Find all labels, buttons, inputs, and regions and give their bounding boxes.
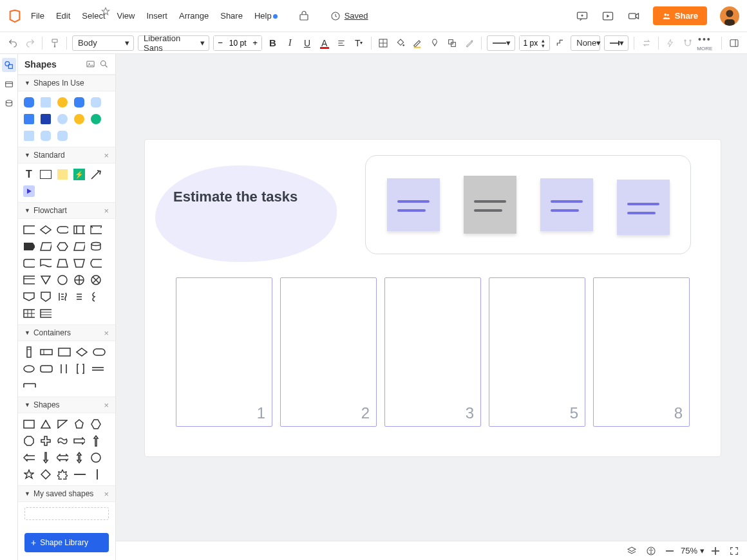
shape-item[interactable] <box>73 469 86 480</box>
line-color-button[interactable] <box>410 35 426 51</box>
play-shape[interactable] <box>23 185 35 197</box>
font-size-increase[interactable]: + <box>249 36 261 50</box>
text-options-button[interactable]: T▾ <box>351 35 367 51</box>
font-size-decrease[interactable]: − <box>214 36 227 50</box>
italic-button[interactable]: I <box>282 35 298 51</box>
line-width-stepper[interactable]: ▴▾ <box>519 35 550 51</box>
section-my-saved[interactable]: ▼My saved shapes× <box>18 485 115 502</box>
sticky-note[interactable] <box>540 178 593 231</box>
shape-item[interactable] <box>40 363 53 375</box>
magnet-button[interactable] <box>680 35 696 51</box>
line-width-input[interactable] <box>520 36 542 50</box>
shape-item[interactable] <box>57 452 68 463</box>
shape-item[interactable] <box>73 291 85 303</box>
shape-item[interactable] <box>23 241 35 252</box>
close-icon[interactable]: × <box>104 489 109 499</box>
shape-item[interactable] <box>40 291 52 303</box>
favorite-star-icon[interactable] <box>100 6 111 17</box>
shape-item[interactable] <box>57 113 68 125</box>
present-icon[interactable] <box>601 10 614 23</box>
close-icon[interactable]: × <box>104 151 109 160</box>
shape-item[interactable] <box>90 97 102 108</box>
bucket[interactable]: 1 <box>176 277 272 427</box>
text-style-select[interactable]: Body▾ <box>72 35 134 51</box>
shape-item[interactable] <box>40 469 52 480</box>
shape-item[interactable] <box>40 113 52 125</box>
container-mode-button[interactable] <box>2 77 16 91</box>
shape-item[interactable] <box>40 241 52 252</box>
canvas[interactable]: Estimate the tasks 1 2 3 5 8 <box>116 54 747 541</box>
menu-share[interactable]: Share <box>220 11 243 21</box>
menu-view[interactable]: View <box>117 11 135 21</box>
data-mode-button[interactable] <box>2 97 16 111</box>
zoom-in-button[interactable] <box>711 546 720 555</box>
bucket[interactable]: 8 <box>593 277 690 427</box>
shape-item[interactable] <box>23 452 35 463</box>
magic-button[interactable] <box>461 35 477 51</box>
undo-button[interactable] <box>5 35 21 51</box>
shape-item[interactable] <box>76 346 88 358</box>
more-button[interactable]: •••MORE <box>697 34 712 51</box>
shape-item[interactable] <box>40 130 52 142</box>
shapes-panel-scroll[interactable]: ▼Shapes In Use ▼Standard× T ⚡ ▼Flowchar <box>18 75 115 528</box>
shape-item[interactable] <box>73 452 85 463</box>
shape-item[interactable] <box>91 363 104 375</box>
font-size-stepper[interactable]: − + <box>213 35 262 51</box>
shape-item[interactable] <box>23 308 35 319</box>
menu-arrange[interactable]: Arrange <box>179 11 209 21</box>
shapes-mode-button[interactable] <box>2 58 16 72</box>
shape-item[interactable] <box>57 257 68 269</box>
menu-edit[interactable]: Edit <box>56 11 70 21</box>
shape-item[interactable] <box>23 363 35 375</box>
shape-item[interactable] <box>57 130 68 142</box>
shape-item[interactable] <box>40 452 52 463</box>
shape-item[interactable] <box>90 224 102 236</box>
shape-item[interactable] <box>73 97 85 108</box>
shape-item[interactable] <box>23 257 35 269</box>
shape-item[interactable] <box>57 241 68 252</box>
shape-item[interactable] <box>23 130 35 142</box>
shape-item[interactable] <box>90 274 102 286</box>
shape-item[interactable] <box>57 224 68 236</box>
shape-item[interactable] <box>23 274 35 286</box>
shape-item[interactable] <box>40 274 52 286</box>
bold-button[interactable]: B <box>265 35 281 51</box>
shape-item[interactable] <box>23 291 35 303</box>
text-align-button[interactable] <box>334 35 350 51</box>
saved-shapes-placeholder[interactable] <box>24 507 109 520</box>
shape-item[interactable] <box>40 224 52 236</box>
note-shape[interactable] <box>57 169 68 180</box>
menu-help[interactable]: Help <box>254 11 278 21</box>
accessibility-icon[interactable] <box>646 546 656 556</box>
sticky-note[interactable] <box>617 180 670 235</box>
shape-item[interactable] <box>75 363 86 375</box>
shape-item[interactable] <box>23 469 35 480</box>
menu-insert[interactable]: Insert <box>146 11 167 21</box>
shape-item[interactable] <box>23 224 35 236</box>
user-avatar[interactable] <box>720 6 739 26</box>
document-status[interactable]: Saved <box>330 11 368 21</box>
shape-library-button[interactable]: +Shape Library <box>24 533 109 552</box>
shape-item[interactable] <box>73 241 85 252</box>
line-style-select[interactable]: ▾ <box>487 35 515 51</box>
line-start-select[interactable]: None▾ <box>571 35 600 51</box>
sticky-note[interactable] <box>387 178 440 231</box>
section-shapes-category[interactable]: ▼Shapes× <box>18 397 115 413</box>
shape-item[interactable] <box>90 291 102 303</box>
shape-item[interactable] <box>23 435 35 447</box>
shape-item[interactable] <box>40 346 53 358</box>
close-icon[interactable]: × <box>104 206 109 216</box>
comments-icon[interactable] <box>576 10 589 23</box>
shape-item[interactable] <box>90 418 102 430</box>
bucket[interactable]: 3 <box>384 277 481 427</box>
image-icon[interactable] <box>86 59 95 69</box>
shape-item[interactable] <box>40 308 52 319</box>
shape-item[interactable] <box>23 346 35 358</box>
shape-item[interactable] <box>93 346 106 358</box>
menu-file[interactable]: File <box>31 11 44 21</box>
shape-item[interactable] <box>90 113 102 125</box>
section-standard[interactable]: ▼Standard× <box>18 147 115 163</box>
shape-item[interactable] <box>23 97 35 108</box>
shape-options-button[interactable] <box>444 35 460 51</box>
shape-item[interactable] <box>90 241 102 252</box>
